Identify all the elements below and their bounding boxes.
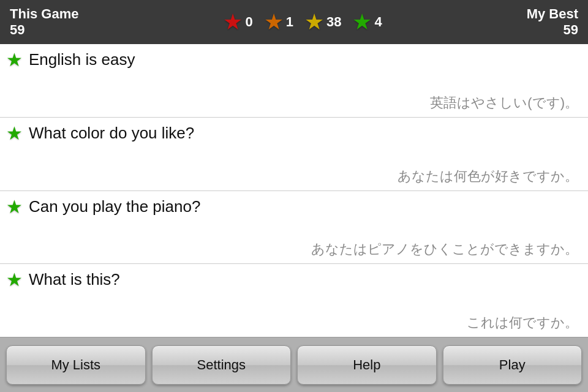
item-japanese-text: 英語はやさしい(です)。 [6, 94, 581, 112]
item-star-icon: ★ [6, 123, 23, 144]
star-orange-count: 1 [286, 14, 293, 30]
item-japanese-text: あなたはピアノをひくことができますか。 [6, 240, 581, 258]
my-lists-button[interactable]: My Lists [6, 345, 146, 385]
this-game-score: This Game 59 [10, 6, 78, 39]
toolbar: My ListsSettingsHelpPlay [0, 337, 588, 392]
star-orange-icon: ★ [264, 11, 284, 33]
item-english-text: Can you play the piano? [29, 197, 200, 216]
star-group-red: ★ 0 [223, 11, 252, 33]
play-button[interactable]: Play [443, 345, 582, 385]
item-star-icon: ★ [6, 196, 23, 217]
settings-button[interactable]: Settings [152, 345, 292, 385]
item-japanese-text: あなたは何色が好きですか。 [6, 167, 581, 186]
item-english-text: What color do you like? [29, 124, 194, 143]
stars-container: ★ 0 ★ 1 ★ 38 ★ 4 [223, 11, 382, 33]
my-best-score: My Best 59 [527, 6, 578, 39]
star-red-icon: ★ [223, 11, 243, 33]
star-green-icon: ★ [352, 11, 372, 33]
item-english-row: ★ Can you play the piano? [6, 196, 581, 217]
header: This Game 59 ★ 0 ★ 1 ★ 38 ★ 4 My Best 59 [0, 0, 588, 44]
content-list: ★ English is easy 英語はやさしい(です)。 ★ What co… [0, 44, 588, 337]
star-yellow-count: 38 [326, 14, 341, 30]
help-button[interactable]: Help [297, 345, 437, 385]
item-english-row: ★ What color do you like? [6, 123, 581, 144]
list-item[interactable]: ★ Can you play the piano? あなたはピアノをひくことがで… [0, 191, 588, 265]
star-yellow-icon: ★ [304, 11, 324, 33]
item-english-text: What is this? [29, 270, 120, 289]
item-japanese-text: これは何ですか。 [6, 314, 581, 332]
item-star-icon: ★ [6, 269, 23, 290]
list-item[interactable]: ★ What is this? これは何ですか。 [0, 264, 588, 337]
item-english-row: ★ What is this? [6, 269, 581, 290]
list-item[interactable]: ★ English is easy 英語はやさしい(です)。 [0, 44, 588, 118]
star-group-orange: ★ 1 [264, 11, 293, 33]
item-english-row: ★ English is easy [6, 49, 581, 70]
star-red-count: 0 [245, 14, 252, 30]
star-group-green: ★ 4 [352, 11, 382, 33]
star-green-count: 4 [374, 14, 382, 30]
list-item[interactable]: ★ What color do you like? あなたは何色が好きですか。 [0, 118, 588, 191]
item-star-icon: ★ [6, 49, 23, 70]
item-english-text: English is easy [29, 50, 135, 69]
star-group-yellow: ★ 38 [304, 11, 341, 33]
